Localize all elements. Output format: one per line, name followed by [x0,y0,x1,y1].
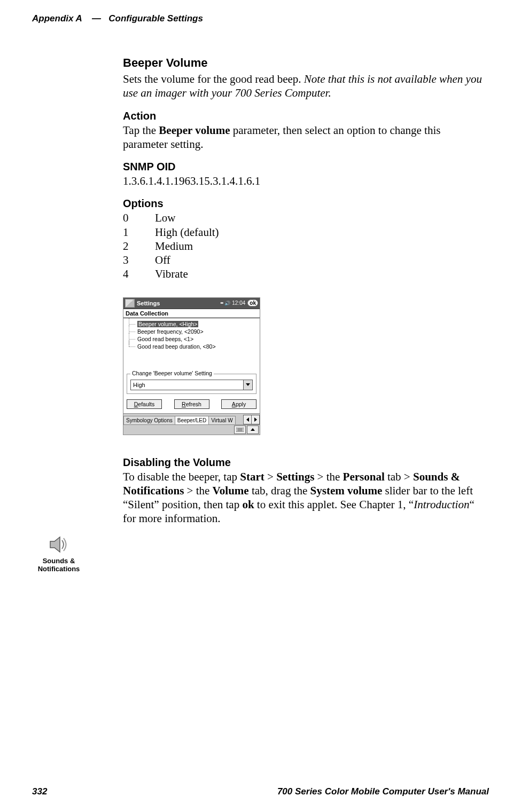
action-text: Tap the Beeper volume parameter, then se… [123,123,484,152]
tree-connector-icon [127,344,135,349]
window-title: Settings [137,300,160,306]
txt: to exit this applet. See Chapter 1, “ [254,498,414,511]
txt: tab > [385,470,413,483]
header-sep: — [92,13,101,23]
chevron-up-icon [251,428,255,431]
window-titlebar: Settings 12:04 ok [123,298,260,309]
heading-snmp-oid: SNMP OID [123,161,484,173]
tree-item-label: Beeper volume, <High> [137,321,198,327]
groupbox-legend: Change 'Beeper volume' Setting [130,370,214,376]
option-row: 4 Vibrate [123,267,484,281]
action-bold: Beeper volume [159,124,230,137]
button-label: efaults [138,401,154,407]
tree-item-label: Good read beep duration, <80> [137,343,216,350]
kw-volume: Volume [213,484,249,497]
beeper-desc-pre: Sets the volume for the good read beep. [123,73,304,85]
tree-item[interactable]: Good read beeps, <1> [127,335,256,343]
tab-symbology-options[interactable]: Symbology Options [123,416,175,424]
combobox-value: High [131,382,243,388]
chevron-right-icon [254,417,257,422]
options-table: 0 Low 1 High (default) 2 Medium 3 Off 4 … [123,211,484,281]
tree-item-label: Good read beeps, <1> [137,336,193,342]
side-icon-label-2: Notifications [32,565,85,573]
option-label: Off [155,253,170,267]
tree-item-label: Beeper frequency, <2090> [137,328,204,335]
sip-up-button[interactable] [247,425,259,434]
option-num: 1 [123,225,155,239]
start-flag-icon[interactable] [125,299,135,308]
tab-bar: Symbology Options Beeper/LED Virtual W [123,413,260,424]
tab-virtual[interactable]: Virtual W [208,416,235,424]
tab-scroll-right-button[interactable] [251,415,260,424]
page-footer: 332 700 Series Color Mobile Computer Use… [32,786,489,797]
option-label: High (default) [155,225,219,239]
beeper-volume-desc: Sets the volume for the good read beep. … [123,72,484,100]
connectivity-icon[interactable] [220,300,223,306]
sip-keyboard-button[interactable] [234,425,246,434]
tray-icons: 12:04 [220,300,245,306]
button-accel: R [182,401,186,407]
speaker-icon[interactable] [224,300,230,306]
option-num: 4 [123,267,155,281]
tab-beeper-led[interactable]: Beeper/LED [175,416,209,424]
option-label: Vibrate [155,267,188,281]
running-header: Appendix A — Configurable Settings [32,13,489,24]
txt: > the [184,484,212,497]
txt: tab, drag the [249,484,310,497]
option-num: 0 [123,211,155,225]
tree-connector-icon [127,329,135,334]
tree-connector-icon [127,336,135,342]
tree-item[interactable]: Beeper frequency, <2090> [127,328,256,335]
kw-settings: Settings [276,470,314,483]
heading-beeper-volume: Beeper Volume [123,56,484,70]
option-row: 1 High (default) [123,225,484,239]
option-row: 0 Low [123,211,484,225]
settings-tree[interactable]: Beeper volume, <High> Beeper frequency, … [123,318,260,373]
setting-combobox[interactable]: High [130,380,253,390]
option-label: Low [155,211,176,225]
tree-connector-icon [127,321,135,327]
button-label: efresh [186,401,201,407]
clock-text: 12:04 [232,300,245,306]
kw-system-volume: System volume [310,484,383,497]
manual-title: 700 Series Color Mobile Computer User's … [277,786,489,797]
snmp-oid-value: 1.3.6.1.4.1.1963.15.3.1.4.1.6.1 [123,174,484,188]
txt: > the [314,470,343,483]
keyboard-icon [236,428,244,432]
tree-item[interactable]: Good read beep duration, <80> [127,343,256,350]
chevron-left-icon [246,417,249,422]
heading-options: Options [123,198,484,210]
disable-volume-text: To disable the beeper, tap Start > Setti… [123,470,484,526]
txt: > [265,470,276,483]
tab-scroll-left-button[interactable] [243,415,252,424]
defaults-button[interactable]: Defaults [127,399,162,409]
option-row: 3 Off [123,253,484,267]
action-pre: Tap the [123,124,159,137]
button-label: pply [236,401,246,407]
option-label: Medium [155,239,193,253]
ok-button[interactable]: ok [247,299,258,306]
kw-introduction: Introduction [414,498,469,511]
page-number: 332 [32,786,47,797]
embedded-screenshot: Settings 12:04 ok Data Collection Beeper… [123,297,484,435]
change-setting-groupbox: Change 'Beeper volume' Setting High [127,374,256,394]
tree-item[interactable]: Beeper volume, <High> [127,320,256,328]
button-accel: A [232,401,236,407]
apply-button[interactable]: Apply [221,399,256,409]
heading-action: Action [123,110,484,122]
refresh-button[interactable]: Refresh [174,399,209,409]
speaker-applet-icon [47,534,71,555]
option-row: 2 Medium [123,239,484,253]
heading-disabling-volume: Disabling the Volume [123,456,484,469]
kw-personal: Personal [343,470,385,483]
kw-start: Start [240,470,265,483]
sounds-notifications-applet-icon: Sounds & Notifications [32,534,85,573]
header-appendix: Appendix A [32,13,82,23]
combobox-dropdown-button[interactable] [243,380,252,390]
txt: To disable the beeper, tap [123,470,240,483]
header-title: Configurable Settings [108,13,203,23]
option-num: 3 [123,253,155,267]
app-title: Data Collection [123,309,260,318]
svg-marker-4 [50,537,60,552]
kw-ok: ok [242,498,254,511]
